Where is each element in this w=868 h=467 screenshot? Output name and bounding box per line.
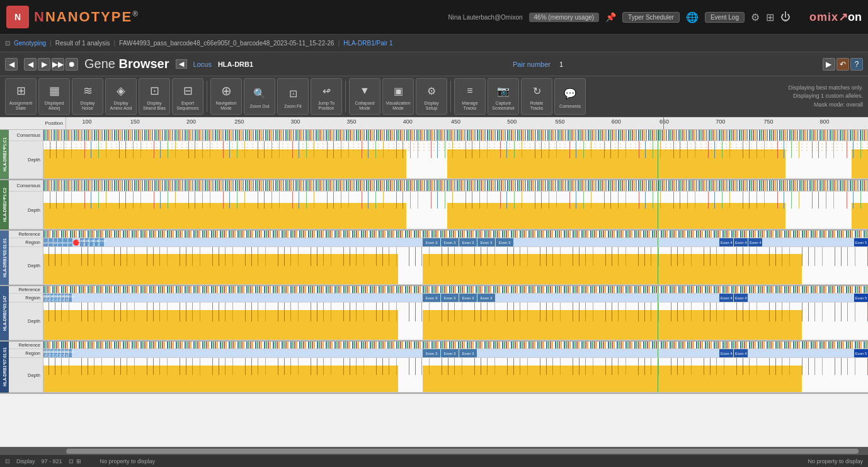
exon2-6: Exon 2	[68, 238, 72, 246]
070101-exon3-blocks: Exon 3 Exon 3 Exon 3	[423, 349, 477, 357]
track-section-070101: HLA-DRB1*07:01:01 Reference Region	[0, 342, 868, 394]
070101-ref-label: Reference	[9, 342, 43, 349]
horizontal-scrollbar[interactable]	[0, 447, 868, 454]
0301-depth-track: Depth	[9, 247, 868, 285]
0301-exon4-blocks: Exon 4 Exon 4 Exon 4	[719, 238, 762, 246]
position-ruler: Position 100 150 200 250 300 350 400 450…	[0, 117, 868, 130]
manage-tracks-label: ManageTracks	[462, 101, 477, 110]
exon2-4: Exon 2	[58, 238, 62, 246]
display-toggle-icon[interactable]: ⊡	[5, 458, 10, 464]
0301-ref-label: Reference	[9, 231, 43, 238]
event-log-button[interactable]: Event Log	[705, 12, 745, 23]
ruler-tick-700: 700	[716, 118, 725, 125]
c2-consensus-label: Consensus	[9, 180, 43, 191]
genome-browser-main: Position 100 150 200 250 300 350 400 450…	[0, 117, 868, 454]
breadcrumb-genotyping[interactable]: Genotyping	[14, 40, 46, 47]
breadcrumb-result[interactable]: Result of 1 analysis	[55, 40, 110, 47]
exon2-1: Exon 2	[43, 238, 48, 246]
breadcrumb-file[interactable]: FAW44993_pass_barcode48_c66e905f_0_barco…	[119, 40, 334, 47]
c1-depth-track: Depth	[9, 141, 868, 179]
display-info-line1: Displaying best matches only.	[789, 84, 863, 93]
comments-button[interactable]: 💬 Comments	[554, 78, 586, 115]
c1-depth-content	[43, 141, 868, 178]
03147-exon2-blocks: Exon 2 Exon 2 Exon 2 Exon 2 Exon 2 Exon …	[43, 294, 142, 302]
nav-prev-button[interactable]: ◀	[5, 58, 18, 71]
ruler-content: 100 150 200 250 300 350 400 450 500 550 …	[66, 117, 868, 129]
c1-consensus-bars	[43, 130, 868, 141]
c1-depth-dots	[43, 142, 868, 152]
typer-scheduler-button[interactable]: Typer Scheduler	[622, 12, 680, 23]
070101-region-vline	[658, 349, 658, 357]
display-setup-label: DisplaySetup	[425, 101, 439, 110]
toolbar: ⊞ AssignmentState ▦ DisplayedAllelej ≋ D…	[0, 76, 868, 117]
locus-value: HLA-DRB1	[218, 61, 253, 68]
jump-to-position-button[interactable]: ↫ Jump ToPosition	[311, 78, 342, 115]
pin-icon[interactable]: 📌	[605, 12, 616, 22]
power-icon[interactable]: ⏻	[780, 11, 791, 23]
displayed-allelej-button[interactable]: ▦ DisplayedAllelej	[38, 78, 70, 115]
zoom-out-button[interactable]: 🔍 Zoom Out	[244, 78, 275, 115]
help-button[interactable]: ?	[850, 58, 863, 71]
zoom-fit-button[interactable]: ⊡ Zoom Fit	[277, 78, 309, 115]
display-info-line3: Mask mode: overall	[789, 101, 863, 110]
070101-side-label: HLA-DRB1*07:01:01	[0, 342, 9, 393]
visualization-mode-button[interactable]: ▣ VisualizationMode	[382, 78, 414, 115]
03147-region-vline	[658, 294, 658, 302]
memory-usage-badge[interactable]: 46% (memory usage)	[529, 13, 600, 22]
c2-depth-track: Depth	[9, 192, 868, 229]
navigation-mode-button[interactable]: ⊕ NavigationMode	[210, 78, 242, 115]
03147-depth-label: Depth	[9, 303, 43, 340]
assignment-state-label: AssignmentState	[9, 101, 33, 110]
export-sequences-button[interactable]: ⊟ ExportSequences	[172, 78, 203, 115]
scrollbar-thumb[interactable]	[66, 449, 859, 454]
0301-side-label: HLA-DRB1*03:01:01	[0, 231, 9, 285]
0301-region-content: Exon 2 Exon 2 Exon 2 Exon 2 Exon 2 Exon …	[43, 238, 868, 246]
nav-left-arrows[interactable]: ◀ ▶ ▶▶ ⏺	[24, 58, 78, 71]
c1-side-label: HLA-DRB1*P1:C1	[0, 130, 9, 179]
rotate-tracks-button[interactable]: ↻ RotateTracks	[521, 78, 552, 115]
settings-icon[interactable]: ⚙	[751, 11, 760, 23]
genome-tracks[interactable]: HLA-DRB1*P1:C1 Consensus Depth	[0, 130, 868, 447]
070101-region-content: Exon 2 Exon 2 Exon 2 Exon 2 Exon 2 Exon …	[43, 349, 868, 357]
comments-label: Comments	[559, 104, 581, 108]
c2-consensus-track: Consensus	[9, 180, 868, 192]
070101-ex4-1: Exon 4	[719, 349, 733, 357]
03147-ex2-8: Exon 2	[69, 294, 72, 302]
pair-number-value: 1	[559, 61, 563, 68]
collapse-arrow[interactable]: ◀	[176, 59, 187, 69]
layout-icon[interactable]: ⊞	[766, 11, 774, 23]
c2-side-label: HLA-DRB1*P1:C2	[0, 180, 9, 229]
display-amino-acid-button[interactable]: ◈ DisplayAmino Acid	[105, 78, 137, 115]
070101-ex3-2: Exon 3	[441, 349, 459, 357]
070101-ref-vline	[658, 342, 658, 349]
exon4-2: Exon 4	[734, 238, 748, 246]
collapsed-mode-button[interactable]: ▼ CollapsedMode	[349, 78, 380, 115]
status-bar: ⊡ Display 97 - 821 ⊡ ⊞ No property to di…	[0, 454, 868, 467]
03147-content: Reference Region Exon 2 Exon 2	[9, 286, 868, 340]
globe-icon[interactable]: 🌐	[686, 11, 699, 23]
display-setup-button[interactable]: ⚙ DisplaySetup	[416, 78, 447, 115]
play-button[interactable]: ⏺	[66, 58, 78, 71]
03147-ex3-3: Exon 3	[459, 294, 477, 302]
breadcrumb-locus[interactable]: HLA-DRB1/Pair 1	[343, 40, 392, 47]
0301-depth-label: Depth	[9, 247, 43, 284]
assignment-state-button[interactable]: ⊞ AssignmentState	[5, 78, 37, 115]
display-noise-button[interactable]: ≋ DisplayNoise	[72, 78, 103, 115]
visualization-mode-icon: ▣	[389, 82, 407, 100]
go-back-button[interactable]: ↶	[837, 58, 849, 71]
03147-ex5: Exon 5	[854, 294, 868, 302]
c1-content: Consensus Depth	[9, 130, 868, 179]
0301-region-track: Region Exon 2 Exon 2 Exon 2 Exon 2 Exon …	[9, 238, 868, 247]
display-strand-bias-button[interactable]: ⊡ DisplayStrand Bias	[139, 78, 170, 115]
ruler-tick-150: 150	[130, 118, 140, 125]
rotate-tracks-icon: ↻	[528, 82, 545, 100]
manage-tracks-button[interactable]: ≡ ManageTracks	[454, 78, 486, 115]
toolbar-separator-3	[450, 81, 451, 112]
assignment-state-icon: ⊞	[12, 82, 30, 100]
app-icon: N	[6, 6, 29, 28]
capture-screenshot-button[interactable]: 📷 CaptureScreenshot	[488, 78, 519, 115]
visualization-mode-label: VisualizationMode	[385, 101, 410, 110]
omixon-logo: omix↗on	[809, 10, 862, 24]
gene-browser-title: Gene Browser	[84, 57, 169, 71]
pair-number-label: Pair number	[513, 61, 551, 68]
